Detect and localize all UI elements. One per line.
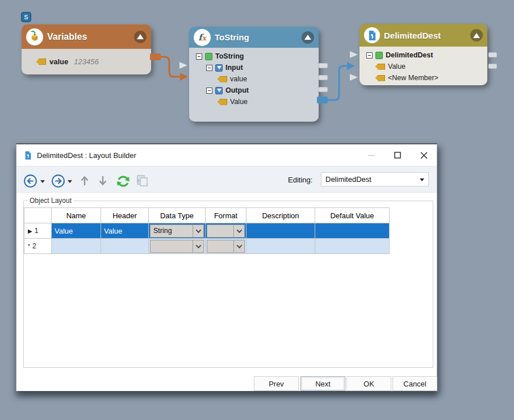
- cell-header-1[interactable]: Value: [101, 223, 149, 239]
- layout-grid: Name Header Data Type Format Description…: [24, 207, 390, 254]
- dropdown-button[interactable]: [233, 240, 244, 252]
- data-type-dropdown[interactable]: [150, 240, 204, 253]
- tree-label: value: [230, 75, 247, 83]
- column-header-format[interactable]: Format: [206, 208, 246, 223]
- tostring-output-port[interactable]: [319, 75, 328, 80]
- prev-button[interactable]: Prev: [254, 376, 299, 391]
- back-button[interactable]: [23, 174, 37, 188]
- delimiteddest-input-arrow-icon: [350, 74, 358, 81]
- tree-item-delimiteddest[interactable]: DelimitedDest: [360, 49, 487, 61]
- collapse-expander-icon[interactable]: [196, 53, 202, 60]
- data-type-dropdown[interactable]: String: [150, 224, 204, 238]
- cell-format-2[interactable]: [206, 239, 246, 254]
- column-header-data-type[interactable]: Data Type: [149, 208, 206, 223]
- column-header-default-value[interactable]: Default Value: [315, 208, 390, 223]
- format-dropdown[interactable]: [207, 224, 245, 238]
- move-down-button[interactable]: [97, 174, 108, 187]
- tree-item-value-output[interactable]: Value: [189, 96, 319, 107]
- cell-name-2[interactable]: [52, 239, 101, 254]
- tree-label: <New Member>: [388, 74, 438, 82]
- dialog-content: Object Layout Name Header Data Type Form…: [16, 193, 437, 391]
- next-button[interactable]: Next: [300, 376, 345, 391]
- move-up-button[interactable]: [79, 174, 90, 187]
- tostring-node-header[interactable]: fx ToString: [189, 27, 319, 48]
- new-row-indicator-icon: *: [28, 243, 30, 249]
- cell-name-1[interactable]: Value: [52, 223, 101, 239]
- collapse-expander-icon[interactable]: [206, 88, 212, 94]
- cancel-button[interactable]: Cancel: [392, 376, 437, 391]
- tostring-collapse-button[interactable]: [302, 31, 314, 44]
- column-header-name[interactable]: Name: [52, 208, 101, 223]
- cell-description-1[interactable]: [246, 223, 315, 239]
- forward-button[interactable]: [51, 174, 65, 188]
- tree-item-new-member[interactable]: <New Member>: [360, 72, 487, 84]
- close-button[interactable]: [411, 144, 437, 166]
- variables-field-value: 123456: [74, 57, 98, 66]
- cell-header-2[interactable]: [101, 239, 149, 254]
- field-tag-icon: [218, 99, 227, 105]
- row-number: 1: [35, 227, 39, 235]
- paste-disabled-button[interactable]: [135, 174, 149, 188]
- node-delimiteddest[interactable]: DelimitedDest DelimitedDest Value <New M…: [360, 24, 487, 85]
- cell-default-value-2[interactable]: [315, 239, 390, 254]
- singleton-badge: S: [21, 12, 31, 22]
- delimiteddest-node-header[interactable]: DelimitedDest: [360, 24, 487, 47]
- delimiteddest-output-port[interactable]: [488, 52, 497, 57]
- element-green-icon: [375, 52, 383, 59]
- refresh-button[interactable]: [115, 173, 131, 189]
- combobox-caret-icon: [420, 178, 424, 181]
- cell-default-value-1[interactable]: [315, 223, 390, 239]
- tostring-output-port[interactable]: [319, 63, 328, 68]
- row-header-1[interactable]: ▶ 1: [24, 223, 52, 239]
- cell-format-1[interactable]: [206, 223, 246, 239]
- dataflow-canvas: S Variables value 123456: [0, 0, 514, 420]
- minimize-icon: [368, 155, 375, 156]
- collapse-expander-icon[interactable]: [366, 52, 373, 59]
- delimiteddest-collapse-button[interactable]: [470, 29, 483, 41]
- chevron-down-icon: [236, 227, 242, 233]
- maximize-button[interactable]: [385, 144, 411, 166]
- field-tag-icon: [218, 76, 227, 82]
- tree-label: Input: [225, 64, 243, 72]
- tree-item-value[interactable]: Value: [360, 61, 487, 72]
- column-header-description[interactable]: Description: [246, 208, 315, 223]
- tostring-value-output-port[interactable]: [317, 97, 328, 103]
- dropdown-button[interactable]: [193, 225, 203, 237]
- ok-button[interactable]: OK: [346, 376, 391, 391]
- cell-data-type-2[interactable]: [149, 239, 206, 254]
- tree-item-output[interactable]: Output: [189, 85, 319, 96]
- minimize-button[interactable]: [358, 144, 385, 166]
- cell-description-2[interactable]: [246, 239, 315, 254]
- variables-node-header[interactable]: Variables: [22, 24, 151, 49]
- format-dropdown[interactable]: [207, 240, 245, 253]
- variables-node-body[interactable]: value 123456: [22, 49, 151, 74]
- input-element-icon: [215, 64, 223, 72]
- tostring-output-port[interactable]: [319, 87, 328, 92]
- dropdown-button[interactable]: [193, 240, 203, 252]
- editing-combobox[interactable]: DelimitedDest: [321, 172, 429, 186]
- chevron-down-icon: [236, 243, 242, 248]
- cell-data-type-1[interactable]: String: [149, 223, 206, 239]
- variables-output-port[interactable]: [150, 53, 161, 60]
- back-dropdown-caret-icon[interactable]: [40, 180, 45, 183]
- dialog-titlebar[interactable]: DelimitedDest : Layout Builder: [16, 144, 437, 166]
- tree-item-tostring[interactable]: ToString: [189, 51, 319, 62]
- row-header-2[interactable]: * 2: [24, 239, 52, 254]
- dialog-title: DelimitedDest : Layout Builder: [37, 151, 136, 160]
- tree-item-value-input[interactable]: value: [189, 73, 319, 85]
- grid-corner-header[interactable]: [24, 208, 52, 223]
- delimiteddest-output-port[interactable]: [488, 64, 497, 69]
- dropdown-button[interactable]: [233, 225, 244, 237]
- chevron-down-icon: [195, 227, 201, 233]
- layout-builder-dialog: DelimitedDest : Layout Builder: [16, 143, 437, 391]
- tree-label: DelimitedDest: [386, 51, 433, 59]
- forward-dropdown-caret-icon[interactable]: [68, 180, 72, 183]
- node-variables[interactable]: Variables value 123456: [22, 24, 151, 74]
- variables-collapse-button[interactable]: [134, 31, 147, 43]
- element-green-icon: [205, 53, 212, 60]
- tree-item-input[interactable]: Input: [189, 62, 319, 73]
- column-header-header[interactable]: Header: [101, 208, 149, 223]
- tostring-node-body: ToString Input value Output Value: [189, 48, 319, 122]
- node-tostring[interactable]: fx ToString ToString Input value: [189, 27, 319, 122]
- collapse-expander-icon[interactable]: [206, 65, 212, 71]
